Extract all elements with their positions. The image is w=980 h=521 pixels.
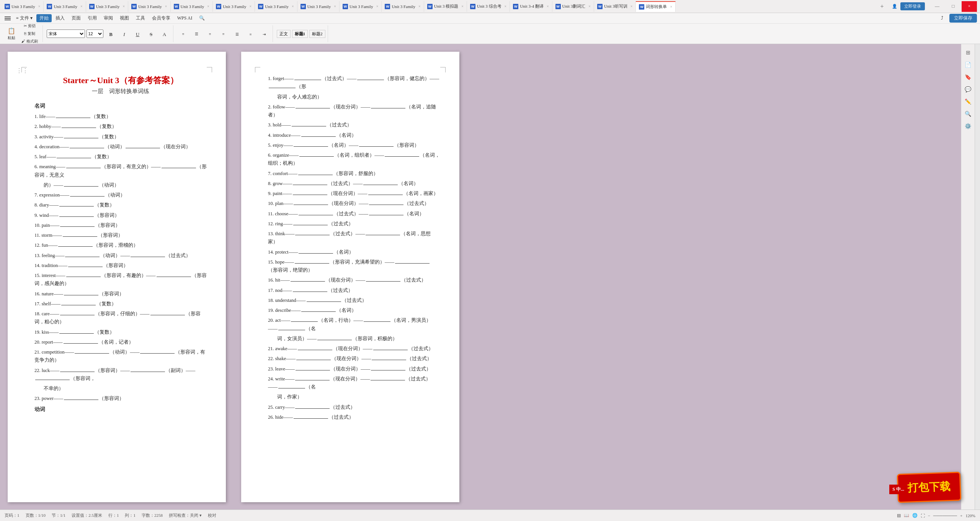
status-section: 节：1/1 [52, 513, 65, 518]
number-btn[interactable]: ≡ [245, 31, 257, 37]
view-normal-btn[interactable]: ▤ [897, 513, 901, 518]
font-family-select[interactable]: 宋体 [47, 29, 85, 38]
title-tab-6[interactable]: W Unit 3 Family × [213, 1, 255, 12]
menu-home[interactable]: 开始 [36, 14, 52, 22]
menu-tools[interactable]: 工具 [133, 14, 148, 22]
sidebar-tool-2[interactable]: 📄 [963, 59, 973, 70]
menu-view[interactable]: 视图 [117, 14, 132, 22]
tab-close-icon[interactable]: × [207, 4, 209, 8]
tab-close-icon[interactable]: × [376, 4, 379, 8]
title-tab-4[interactable]: W Unit 3 Family × [128, 1, 170, 12]
exercise-verbs-9: 9. paint——（现在分词）——（名词，画家） [268, 190, 440, 198]
heading2-style[interactable]: 标题2 [309, 30, 325, 38]
title-tab-11[interactable]: W Unit 3 模拟题 × [424, 1, 467, 12]
title-tab-13[interactable]: W Unit 3-4 翻译 × [510, 1, 552, 12]
tab-close-icon[interactable]: × [80, 4, 83, 8]
normal-style[interactable]: 正文 [277, 30, 291, 38]
bullet-btn[interactable]: ☰ [231, 31, 243, 37]
status-proofread[interactable]: 校对 [208, 513, 216, 518]
hamburger-menu[interactable] [3, 15, 12, 22]
paste-btn[interactable]: 📋 粘贴 [5, 26, 18, 41]
italic-btn[interactable]: I [118, 31, 131, 38]
underline-btn[interactable]: U [132, 31, 144, 38]
title-tab-7[interactable]: W Unit 3 Family × [255, 1, 297, 12]
view-web-btn[interactable]: 🌐 [912, 513, 918, 518]
menu-wpsai[interactable]: WPS AI [174, 15, 196, 22]
view-read-btn[interactable]: 📖 [904, 513, 909, 518]
tab-close-icon[interactable]: × [38, 4, 41, 8]
sidebar-tool-1[interactable]: ⊞ [963, 47, 973, 58]
search-button[interactable]: 🔍 [196, 15, 208, 22]
wps-badge: S 中... [889, 485, 907, 494]
menu-vip[interactable]: 会员专享 [149, 14, 173, 22]
font-size-select[interactable]: 12 [87, 29, 103, 38]
add-tab-button[interactable]: + [877, 1, 887, 12]
tab-label: Unit 3删词汇 [562, 3, 586, 9]
title-tab-12[interactable]: W Unit 3 综合考 × [467, 1, 510, 12]
title-tab-1[interactable]: W Unit 3 Family × [2, 1, 44, 12]
login-button[interactable]: 立即登录 [900, 2, 925, 10]
sidebar-tool-5[interactable]: ✏️ [963, 96, 973, 107]
view-fullscreen-btn[interactable]: ⛶ [921, 513, 925, 518]
minimize-button[interactable]: — [929, 1, 945, 12]
title-tab-14[interactable]: W Unit 3删词汇 × [552, 1, 594, 12]
tab-close-icon[interactable]: × [292, 4, 294, 8]
zoom-slider[interactable]: ──────── [933, 513, 957, 518]
zoom-in-btn[interactable]: + [960, 513, 962, 518]
menu-file[interactable]: ≡ 文件 ▾ [13, 14, 36, 22]
tab-close-icon[interactable]: × [505, 4, 507, 8]
clipboard-group: 📋 粘贴 ✂ 剪切 ⎘ 复制 🖌 格式刷 [3, 25, 43, 42]
title-tab-10[interactable]: W Unit 3 Family × [382, 1, 424, 12]
copy-btn[interactable]: ⎘ 复制 [19, 30, 40, 37]
tab-close-icon[interactable]: × [547, 4, 549, 8]
title-tab-9[interactable]: W Unit 3 Family × [340, 1, 382, 12]
tab-close-icon[interactable]: × [122, 4, 125, 8]
cut-btn[interactable]: ✂ 剪切 [19, 23, 40, 29]
indent-btn[interactable]: ⇥ [258, 31, 270, 37]
tab-close-icon[interactable]: × [670, 5, 672, 9]
share-icon[interactable]: ⤴ [938, 15, 946, 22]
sidebar-tool-3[interactable]: 🔖 [963, 72, 973, 82]
sidebar-tool-4[interactable]: 💬 [963, 84, 973, 95]
maximize-button[interactable]: □ [946, 1, 961, 12]
menu-page[interactable]: 页面 [69, 14, 84, 22]
menu-insert[interactable]: 插入 [52, 14, 68, 22]
vertical-scrollbar[interactable] [975, 44, 980, 510]
cloud-save-btn[interactable]: 立即保存 [949, 14, 977, 23]
menu-references[interactable]: 引用 [85, 14, 100, 22]
justify-btn[interactable]: ≡ [217, 31, 230, 37]
close-button[interactable]: × [962, 1, 977, 12]
align-left-btn[interactable]: ≡ [177, 31, 189, 37]
title-tab-3[interactable]: W Unit 3 Family × [86, 1, 128, 12]
right-sidebar: ⊞ 📄 🔖 💬 ✏️ 🔍 ⚙️ [961, 44, 975, 510]
title-tab-15[interactable]: W Unit 3听写训 × [594, 1, 636, 12]
tab-close-icon[interactable]: × [630, 4, 633, 8]
title-tab-8[interactable]: W Unit 3 Family × [297, 1, 340, 12]
color-btn[interactable]: A [158, 31, 171, 38]
sidebar-tool-7[interactable]: ⚙️ [963, 121, 973, 131]
heading1-style[interactable]: 标题1 [292, 30, 308, 38]
align-center-btn[interactable]: ☰ [191, 31, 203, 37]
tab-close-icon[interactable]: × [165, 4, 167, 8]
title-tab-5[interactable]: W Unit 3 Family × [171, 1, 213, 12]
title-tab-16[interactable]: W 词形转换单 × [636, 1, 676, 12]
tab-label: Unit 3 Family [223, 4, 247, 9]
exercise-nouns-18: 18. care——（形容词，仔细的）——（形容词，粗心的） [34, 310, 207, 326]
tab-close-icon[interactable]: × [588, 4, 591, 8]
styles-group: 正文 标题1 标题2 [274, 25, 328, 42]
tab-close-icon[interactable]: × [334, 4, 336, 8]
title-tab-2[interactable]: W Unit 3 Family × [44, 1, 86, 12]
align-right-btn[interactable]: ≡ [204, 31, 216, 37]
bold-btn[interactable]: B [105, 31, 117, 38]
zoom-out-btn[interactable]: − [928, 513, 930, 518]
tab-close-icon[interactable]: × [250, 4, 252, 8]
corner-mark-2-tr [440, 67, 446, 72]
tab-close-icon[interactable]: × [418, 4, 421, 8]
corner-mark-tr [207, 67, 212, 72]
exercise-verbs-3: 3. hold——（过去式） [268, 121, 440, 129]
tab-close-icon[interactable]: × [461, 4, 464, 8]
sidebar-tool-6[interactable]: 🔍 [963, 108, 973, 119]
strikethrough-btn[interactable]: S [145, 31, 157, 38]
status-spell[interactable]: 拼写检查：关闭 ▾ [169, 513, 202, 518]
menu-review[interactable]: 审阅 [101, 14, 116, 22]
